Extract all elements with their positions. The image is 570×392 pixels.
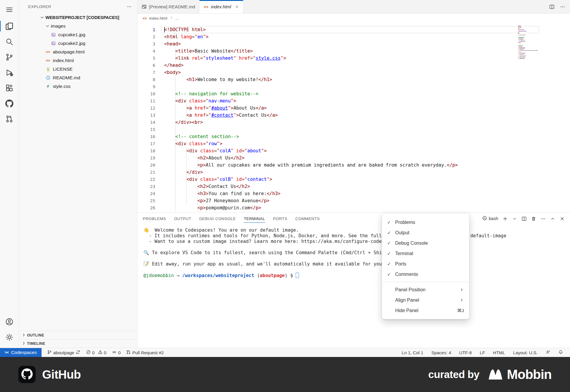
code-line[interactable]: 26 <p>pompom@purin.com</p> (137, 204, 570, 211)
activitybar-settings[interactable] (0, 329, 19, 345)
tree-item-index-html[interactable]: <>index.html (19, 56, 137, 65)
code-line[interactable]: 8 <h1>Welcome to my website!</h1> (137, 76, 570, 83)
activitybar-pull-requests[interactable] (0, 111, 19, 127)
code-line[interactable]: 16 <!-- content section--> (137, 133, 570, 140)
menu-item-debug-console[interactable]: ✓Debug Console (382, 238, 469, 248)
terminal-shell[interactable]: bash (482, 216, 498, 222)
problems-indicator[interactable]: 0 0 (86, 350, 107, 355)
pull-request-indicator[interactable]: Pull Request #2 (126, 350, 164, 355)
activitybar-extensions[interactable] (0, 80, 19, 96)
code-line[interactable]: 14 </div><br> (137, 119, 570, 126)
code-line[interactable]: 9 (137, 83, 570, 90)
code-line[interactable]: 4 <title>Basic Website</title> (137, 48, 570, 55)
code-line[interactable]: 23 <h2>Contact Us</h2> (137, 183, 570, 190)
menu-item-problems[interactable]: ✓Problems (382, 217, 469, 227)
new-terminal-icon[interactable] (503, 216, 508, 221)
mobbin-wordmark: Mobbin (507, 367, 552, 382)
tree-item-cupcake2-jpg[interactable]: cupcake2.jpg (19, 39, 137, 48)
code-line[interactable]: 20 <p>All our cupcakes are made with pre… (137, 162, 570, 169)
panel-tab-problems[interactable]: PROBLEMS (143, 213, 166, 225)
menu-item-ports[interactable]: ✓Ports (382, 259, 469, 269)
activitybar-search[interactable] (0, 34, 19, 49)
menu-item-align-panel[interactable]: Align Panel (382, 295, 469, 305)
keyboard-layout[interactable]: Layout: U.S. (513, 350, 538, 355)
codespaces-remote-badge[interactable]: >< Codespaces (0, 348, 42, 357)
tab--preview-readme-md[interactable]: [Preview] README.md (137, 0, 200, 13)
code-line[interactable]: 25 <p>27 Honeymoon Avenue</p> (137, 197, 570, 204)
code-line[interactable]: 3<head> (137, 40, 570, 48)
activitybar-explorer[interactable] (0, 18, 19, 34)
tab-index-html[interactable]: <>index.html (200, 0, 243, 13)
activitybar-account[interactable] (0, 314, 19, 329)
kill-terminal-icon[interactable] (531, 216, 536, 221)
code-line[interactable]: 17 <div class="row"> (137, 140, 570, 147)
code-line[interactable]: 18 <div class="colA" id="about"> (137, 147, 570, 154)
line-number: 17 (137, 140, 155, 147)
branch-indicator[interactable]: aboutpage (47, 350, 80, 355)
encoding[interactable]: UTF-8 (459, 350, 472, 355)
cursor-position[interactable]: Ln 1, Col 1 (402, 350, 423, 355)
code-line[interactable]: 12 <a href="#about">About Us</a> (137, 105, 570, 112)
terminal-dropdown-icon[interactable] (512, 216, 517, 221)
code-line[interactable]: 15 (137, 126, 570, 133)
code-line[interactable]: 5 <link rel="stylesheet" href="style.css… (137, 55, 570, 62)
tree-item-readme-md[interactable]: README.md (19, 73, 137, 82)
code-line[interactable]: 19 <h2>About Us</h2> (137, 154, 570, 162)
panel-tab-debug-console[interactable]: DEBUG CONSOLE (199, 213, 236, 225)
code-line[interactable]: 11 <div class="nav-menu"> (137, 97, 570, 105)
breadcrumb[interactable]: <> index.html ... (137, 14, 570, 23)
close-tab-icon[interactable] (235, 5, 239, 9)
code-line[interactable]: 22 <div class="colB" id="contact"> (137, 176, 570, 183)
error-icon (86, 350, 91, 355)
outline-section[interactable]: OUTLINE (19, 331, 137, 339)
minimap[interactable] (518, 26, 557, 59)
tree-item-license[interactable]: LICENSE (19, 65, 137, 73)
tree-item-aboutpage-html[interactable]: <>aboutpage.html (19, 48, 137, 56)
preview-icon (142, 4, 147, 9)
activitybar-run-debug[interactable] (0, 65, 19, 80)
line-number: 5 (137, 55, 155, 62)
tree-item-style-css[interactable]: #style.css (19, 82, 137, 91)
code-line[interactable]: 10 <!-- navigation for website--> (137, 90, 570, 97)
activitybar-source-control[interactable] (0, 49, 19, 65)
code-line[interactable]: 24 <h3>You can find us here:</h3> (137, 190, 570, 197)
code-line[interactable]: 21 </div> (137, 169, 570, 176)
panel-tab-comments[interactable]: COMMENTS (295, 213, 320, 225)
terminal[interactable]: 👋 Welcome to Codespaces! You are on our … (137, 225, 570, 278)
eol-sequence[interactable]: LF (480, 350, 485, 355)
menu-item-terminal[interactable]: ✓Terminal (382, 248, 469, 259)
notifications-bell-icon[interactable] (558, 350, 563, 355)
menu-item-comments[interactable]: ✓Comments (382, 269, 469, 279)
split-terminal-icon[interactable] (522, 216, 527, 221)
activitybar-github[interactable] (0, 96, 19, 111)
code-line[interactable]: 6</head> (137, 62, 570, 69)
maximize-panel-icon[interactable] (550, 216, 555, 221)
panel-tab-terminal[interactable]: TERMINAL (244, 213, 265, 225)
panel-tab-output[interactable]: OUTPUT (174, 213, 191, 225)
panel-more-icon[interactable] (541, 216, 546, 221)
code-line[interactable]: 2<html lang="en"> (137, 33, 570, 40)
code-line[interactable]: 7<body> (137, 69, 570, 76)
feedback-icon[interactable] (546, 350, 550, 355)
line-number: 24 (137, 190, 155, 197)
code-line[interactable]: 13 <a href="#contact">Contact Us</a> (137, 112, 570, 119)
ports-indicator[interactable]: 0 (112, 350, 121, 355)
code-line[interactable]: 1<!DOCTYPE html> (137, 26, 570, 33)
panel-tab-ports[interactable]: PORTS (273, 213, 287, 225)
menu-item-panel-position[interactable]: Panel Position (382, 284, 469, 295)
menu-icon[interactable] (0, 3, 19, 16)
indentation[interactable]: Spaces: 4 (431, 350, 451, 355)
explorer-more-icon[interactable] (127, 4, 132, 9)
tree-item-websiteproject-codespaces-[interactable]: WEBSITEPROJECT [CODESPACES] (19, 13, 137, 22)
timeline-section[interactable]: TIMELINE (19, 339, 137, 348)
close-panel-icon[interactable] (560, 216, 565, 221)
editor-more-icon[interactable] (560, 4, 565, 10)
tree-item-cupcake1-jpg[interactable]: cupcake1.jpg (19, 30, 137, 39)
split-editor-icon[interactable] (549, 4, 555, 10)
tree-item-images[interactable]: images (19, 22, 137, 30)
menu-item-hide-panel[interactable]: Hide Panel⌘J (382, 305, 469, 316)
line-number: 18 (137, 147, 155, 154)
language-mode[interactable]: HTML (493, 350, 505, 355)
menu-item-output[interactable]: ✓Output (382, 227, 469, 238)
code-editor[interactable]: 1<!DOCTYPE html>2<html lang="en">3<head>… (137, 23, 570, 213)
